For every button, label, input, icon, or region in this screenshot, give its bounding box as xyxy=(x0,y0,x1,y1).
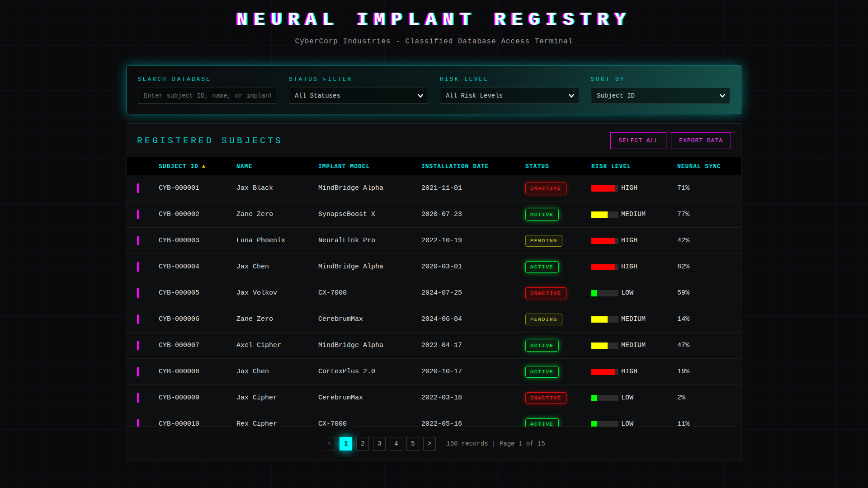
implant-model-cell: CortexPlus 2.0 xyxy=(318,368,421,375)
export-data-button[interactable]: EXPORT DATA xyxy=(671,132,731,149)
risk-bar-fill xyxy=(591,238,615,244)
table-row: CYB-000001 Jax Black MindBridge Alpha 20… xyxy=(127,175,741,202)
risk-bar-track xyxy=(591,290,618,296)
risk-bar-fill xyxy=(591,316,608,323)
name-cell: Jax Volkov xyxy=(236,289,318,297)
name-cell: Axel Cipher xyxy=(236,342,318,349)
column-label: NAME xyxy=(236,163,252,170)
installation-date-cell: 2020-07-23 xyxy=(421,211,525,218)
table-row: CYB-000002 Zane Zero SynapseBoost X 2020… xyxy=(127,202,741,228)
installation-date-cell: 2024-06-04 xyxy=(421,315,525,323)
table-row: CYB-000003 Luna Phoenix NeuralLink Pro 2… xyxy=(127,228,741,254)
column-header-installation-date[interactable]: INSTALLATION DATE xyxy=(421,163,525,170)
risk-level-cell: HIGH xyxy=(591,368,677,375)
row-checkbox[interactable] xyxy=(137,262,139,272)
risk-level-cell: HIGH xyxy=(591,263,677,271)
installation-date-cell: 2021-11-01 xyxy=(421,184,525,192)
implant-model-cell: CX-7000 xyxy=(318,289,421,297)
row-checkbox[interactable] xyxy=(137,210,139,219)
neural-sync-cell: 2% xyxy=(677,394,731,402)
search-label: SEARCH DATABASE xyxy=(138,76,277,83)
implant-model-cell: MindBridge Alpha xyxy=(318,184,421,192)
name-cell: Jax Black xyxy=(236,184,318,192)
status-filter-select[interactable]: All Statuses xyxy=(289,88,428,104)
column-label: NEURAL SYNC xyxy=(677,163,721,170)
table-row: CYB-000007 Axel Cipher MindBridge Alpha … xyxy=(127,333,741,359)
status-badge: PENDING xyxy=(525,235,562,247)
next-page-button[interactable]: > xyxy=(423,437,436,450)
row-checkbox[interactable] xyxy=(137,393,139,403)
risk-filter-select[interactable]: All Risk Levels xyxy=(440,88,579,104)
column-header-risk-level[interactable]: RISK LEVEL xyxy=(591,163,677,170)
risk-bar-track xyxy=(591,395,618,401)
column-label: SUBJECT ID xyxy=(159,163,198,170)
previous-page-button[interactable]: < xyxy=(323,437,335,450)
risk-bar-track xyxy=(591,211,618,218)
name-cell: Jax Cipher xyxy=(236,394,318,402)
column-header-neural-sync[interactable]: NEURAL SYNC xyxy=(677,163,731,170)
sort-by-select[interactable]: Subject ID xyxy=(591,88,730,104)
row-checkbox[interactable] xyxy=(137,183,139,193)
status-badge: ACTIVE xyxy=(525,366,559,378)
risk-bar-track xyxy=(591,343,618,349)
page-button-1[interactable]: 1 xyxy=(340,437,352,450)
row-checkbox[interactable] xyxy=(137,236,139,245)
page-button-4[interactable]: 4 xyxy=(390,437,402,450)
risk-level-label: HIGH xyxy=(621,184,637,192)
installation-date-cell: 2020-03-01 xyxy=(421,263,525,271)
site-header: NEURAL IMPLANT REGISTRY CyberCorp Indust… xyxy=(0,0,868,46)
subject-id-cell: CYB-000004 xyxy=(159,263,236,271)
risk-bar-track xyxy=(591,185,618,192)
column-header-implant-model[interactable]: IMPLANT MODEL xyxy=(318,163,421,170)
name-cell: Luna Phoenix xyxy=(236,237,318,244)
subject-id-cell: CYB-000005 xyxy=(159,289,236,297)
page-button-5[interactable]: 5 xyxy=(406,437,419,450)
risk-bar-fill xyxy=(591,290,597,296)
installation-date-cell: 2020-10-17 xyxy=(421,368,525,375)
implant-model-cell: CerebrumMax xyxy=(318,394,421,402)
installation-date-cell: 2022-04-17 xyxy=(421,342,525,349)
risk-level-label: LOW xyxy=(621,394,633,402)
sort-by-label: SORT BY xyxy=(591,76,730,83)
risk-level-cell: MEDIUM xyxy=(591,211,677,218)
page-title: NEURAL IMPLANT REGISTRY xyxy=(0,10,868,30)
status-badge: INACTIVE xyxy=(525,183,566,194)
row-checkbox[interactable] xyxy=(137,288,139,298)
select-all-button[interactable]: SELECT ALL xyxy=(610,132,666,149)
row-checkbox[interactable] xyxy=(137,341,139,350)
risk-level-cell: HIGH xyxy=(591,184,677,192)
neural-sync-cell: 42% xyxy=(677,237,731,244)
column-header-status[interactable]: STATUS xyxy=(525,163,591,170)
risk-level-cell: MEDIUM xyxy=(591,342,677,349)
implant-model-cell: MindBridge Alpha xyxy=(318,263,421,271)
risk-bar-track xyxy=(591,316,618,323)
risk-bar-track xyxy=(591,264,618,270)
sort-ascending-icon: ▲ xyxy=(202,164,206,169)
table-row: CYB-000006 Zane Zero CerebrumMax 2024-06… xyxy=(127,306,741,333)
search-group: SEARCH DATABASE xyxy=(138,76,277,104)
row-checkbox[interactable] xyxy=(137,314,139,324)
neural-sync-cell: 47% xyxy=(677,342,731,349)
risk-level-label: HIGH xyxy=(621,237,637,244)
page-button-2[interactable]: 2 xyxy=(356,437,369,450)
table-row: CYB-000005 Jax Volkov CX-7000 2024-07-25… xyxy=(127,280,741,306)
column-header-subject-id[interactable]: SUBJECT ID ▲ xyxy=(159,163,236,170)
status-filter-label: STATUS FILTER xyxy=(289,76,428,83)
row-checkbox[interactable] xyxy=(137,367,139,376)
column-header-name[interactable]: NAME xyxy=(236,163,318,170)
risk-filter-label: RISK LEVEL xyxy=(440,76,579,83)
page-subtitle: CyberCorp Industries - Classified Databa… xyxy=(0,38,868,46)
page-button-3[interactable]: 3 xyxy=(373,437,386,450)
name-cell: Zane Zero xyxy=(236,211,318,218)
risk-bar-fill xyxy=(591,264,615,270)
risk-bar-fill xyxy=(591,343,608,349)
subject-id-cell: CYB-000001 xyxy=(159,184,236,192)
name-cell: Jax Chen xyxy=(236,263,318,271)
risk-bar-track xyxy=(591,238,618,244)
subject-id-cell: CYB-000009 xyxy=(159,394,236,402)
neural-sync-cell: 59% xyxy=(677,289,731,297)
status-badge: PENDING xyxy=(525,314,562,325)
search-input[interactable] xyxy=(138,88,277,104)
risk-bar-fill xyxy=(591,211,608,218)
subject-id-cell: CYB-000006 xyxy=(159,315,236,323)
